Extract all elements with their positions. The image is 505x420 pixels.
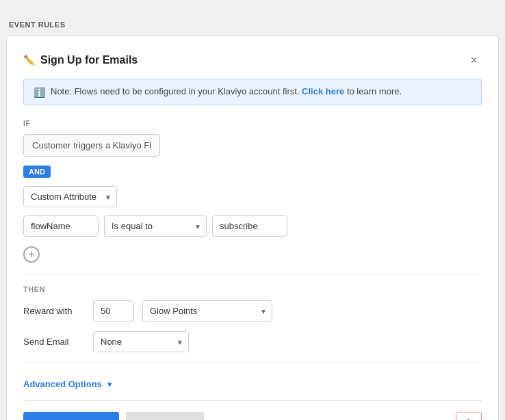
send-email-label: Send Email: [23, 337, 85, 347]
email-type-wrapper: None Welcome Email Reward Email ▼: [93, 331, 189, 352]
advanced-options-label: Advanced Options: [23, 379, 102, 389]
add-condition-button[interactable]: +: [23, 246, 40, 263]
click-here-link[interactable]: Click here: [302, 86, 344, 96]
operator-select[interactable]: Is equal to Is not equal to Contains: [104, 215, 207, 237]
reward-type-wrapper: Glow Points Coupons Free Product ▼: [142, 300, 272, 321]
reward-type-select[interactable]: Glow Points Coupons Free Product: [142, 300, 272, 321]
reward-amount-input[interactable]: [93, 300, 134, 321]
action-bar: Save Changes Deactivate 🗑: [23, 412, 482, 420]
then-section: THEN Reward with Glow Points Coupons Fre…: [23, 285, 482, 352]
save-button[interactable]: Save Changes: [23, 412, 119, 420]
section-divider: [23, 274, 482, 274]
info-icon: ℹ️: [34, 87, 45, 98]
reward-label: Reward with: [23, 306, 85, 316]
deactivate-button[interactable]: Deactivate: [126, 412, 204, 420]
action-bar-left: Save Changes Deactivate: [23, 412, 204, 420]
page-title: EVENT RULES: [6, 21, 499, 29]
note-text-before: Note: Flows need to be configured in you…: [51, 86, 299, 96]
bottom-divider: [23, 362, 482, 363]
trigger-condition-input[interactable]: [23, 134, 160, 157]
field-name-input[interactable]: [23, 215, 99, 237]
modal-title: ✏️ Sign Up for Emails: [23, 54, 138, 66]
operator-wrapper: Is equal to Is not equal to Contains ▼: [104, 215, 207, 237]
attribute-type-row: Custom Attribute Loyalty Tier Tag ▼: [23, 186, 482, 207]
action-divider: [23, 400, 482, 401]
and-badge: AND: [23, 166, 51, 178]
note-banner: ℹ️ Note: Flows need to be configured in …: [23, 79, 482, 105]
note-text-after2: to learn more.: [347, 86, 402, 96]
trigger-condition-row: [23, 134, 482, 157]
chevron-down-icon: ▼: [106, 380, 114, 389]
modal-header: ✏️ Sign Up for Emails ×: [23, 53, 482, 68]
attribute-condition-row: Is equal to Is not equal to Contains ▼: [23, 215, 482, 237]
if-section: IF AND Custom Attribute Loyalty Tier Tag…: [23, 119, 482, 263]
send-email-row: Send Email None Welcome Email Reward Ema…: [23, 331, 482, 352]
modal-title-text: Sign Up for Emails: [40, 54, 138, 66]
delete-button[interactable]: 🗑: [456, 412, 482, 420]
edit-icon: ✏️: [23, 55, 35, 66]
advanced-options-toggle[interactable]: Advanced Options ▼: [23, 373, 482, 395]
then-label: THEN: [23, 285, 482, 293]
close-button[interactable]: ×: [466, 53, 482, 68]
email-type-select[interactable]: None Welcome Email Reward Email: [93, 331, 189, 352]
attribute-type-wrapper: Custom Attribute Loyalty Tier Tag ▼: [23, 186, 117, 207]
note-text: Note: Flows need to be configured in you…: [51, 86, 402, 96]
attribute-type-select[interactable]: Custom Attribute Loyalty Tier Tag: [23, 186, 117, 207]
if-label: IF: [23, 119, 482, 127]
reward-row: Reward with Glow Points Coupons Free Pro…: [23, 300, 482, 321]
field-value-input[interactable]: [212, 215, 287, 237]
modal-container: ✏️ Sign Up for Emails × ℹ️ Note: Flows n…: [6, 36, 499, 420]
